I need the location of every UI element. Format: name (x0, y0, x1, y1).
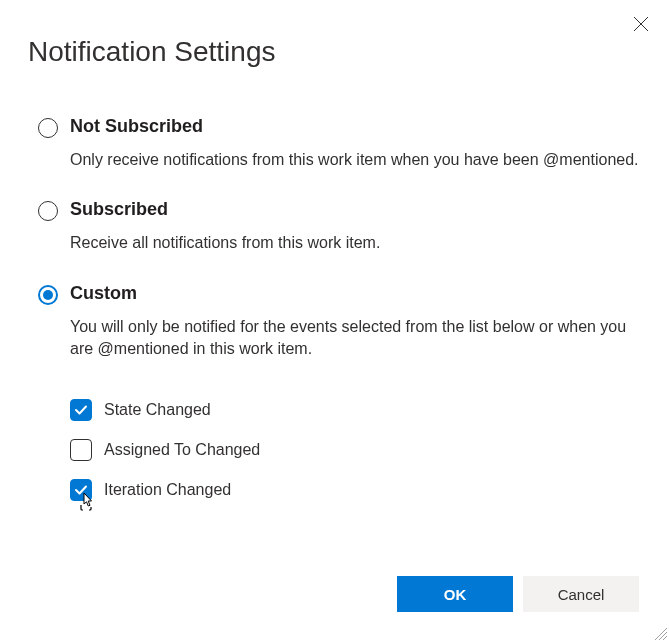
checkbox-state-changed[interactable] (70, 399, 92, 421)
option-custom: Custom You will only be notified for the… (38, 283, 641, 381)
option-desc-subscribed: Receive all notifications from this work… (70, 232, 641, 254)
radio-subscribed[interactable] (38, 201, 58, 221)
checkbox-iteration-changed[interactable] (70, 479, 92, 501)
option-content: Not Subscribed Only receive notification… (70, 116, 641, 191)
options-group: Not Subscribed Only receive notification… (28, 116, 641, 501)
close-icon (634, 17, 648, 31)
option-label-not-subscribed[interactable]: Not Subscribed (70, 116, 641, 137)
radio-custom[interactable] (38, 285, 58, 305)
sub-option-state-changed: State Changed (70, 399, 641, 421)
custom-sub-options: State Changed Assigned To Changed Iterat… (70, 399, 641, 501)
option-desc-custom: You will only be notified for the events… (70, 316, 641, 361)
sub-option-assigned-to-changed: Assigned To Changed (70, 439, 641, 461)
option-desc-not-subscribed: Only receive notifications from this wor… (70, 149, 641, 171)
radio-not-subscribed[interactable] (38, 118, 58, 138)
checkbox-assigned-to-changed[interactable] (70, 439, 92, 461)
check-icon (74, 403, 88, 417)
ok-button[interactable]: OK (397, 576, 513, 612)
check-icon (74, 483, 88, 497)
svg-line-3 (659, 632, 667, 640)
option-label-subscribed[interactable]: Subscribed (70, 199, 641, 220)
sub-label-assigned-to-changed[interactable]: Assigned To Changed (104, 441, 260, 459)
option-content: Custom You will only be notified for the… (70, 283, 641, 381)
sub-option-iteration-changed: Iteration Changed (70, 479, 641, 501)
sub-label-state-changed[interactable]: State Changed (104, 401, 211, 419)
notification-settings-dialog: Notification Settings Not Subscribed Onl… (0, 0, 669, 642)
svg-line-4 (663, 636, 667, 640)
dialog-buttons: OK Cancel (397, 576, 639, 612)
sub-label-iteration-changed[interactable]: Iteration Changed (104, 481, 231, 499)
cancel-button[interactable]: Cancel (523, 576, 639, 612)
option-subscribed: Subscribed Receive all notifications fro… (38, 199, 641, 274)
option-not-subscribed: Not Subscribed Only receive notification… (38, 116, 641, 191)
option-content: Subscribed Receive all notifications fro… (70, 199, 641, 274)
resize-grip-icon[interactable] (651, 624, 667, 640)
dialog-title: Notification Settings (28, 36, 641, 68)
option-label-custom[interactable]: Custom (70, 283, 641, 304)
close-button[interactable] (631, 14, 651, 34)
